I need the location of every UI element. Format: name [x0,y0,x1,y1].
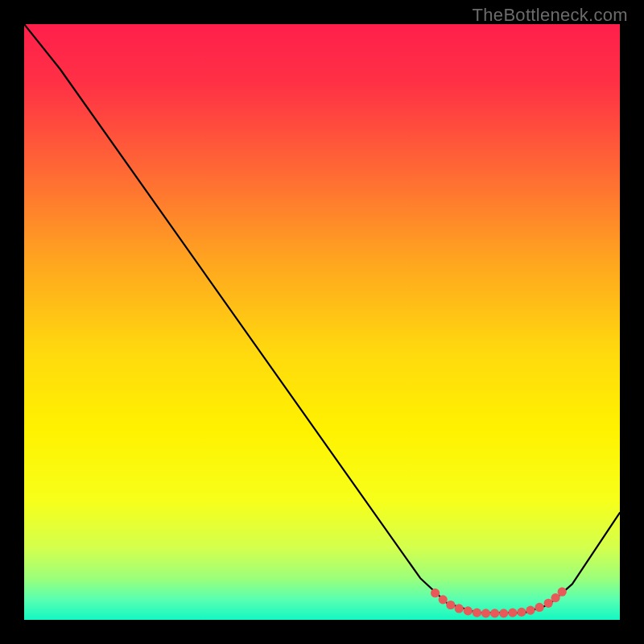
watermark-text: TheBottleneck.com [473,5,628,26]
data-marker [431,588,440,597]
plot-area [24,24,620,620]
data-marker [544,599,553,608]
data-marker [535,603,544,612]
data-marker [455,604,464,613]
data-marker [481,609,490,617]
chart-root: TheBottleneck.com [0,0,644,644]
data-marker [490,609,499,617]
data-marker [446,601,455,609]
data-marker [526,606,535,615]
data-marker [558,588,567,597]
data-marker [439,595,448,604]
data-marker [508,609,517,617]
data-marker [473,609,481,617]
data-marker [517,608,526,617]
data-marker [464,606,473,615]
chart-svg [24,24,620,620]
gradient-background [24,24,620,620]
data-marker [499,609,508,617]
